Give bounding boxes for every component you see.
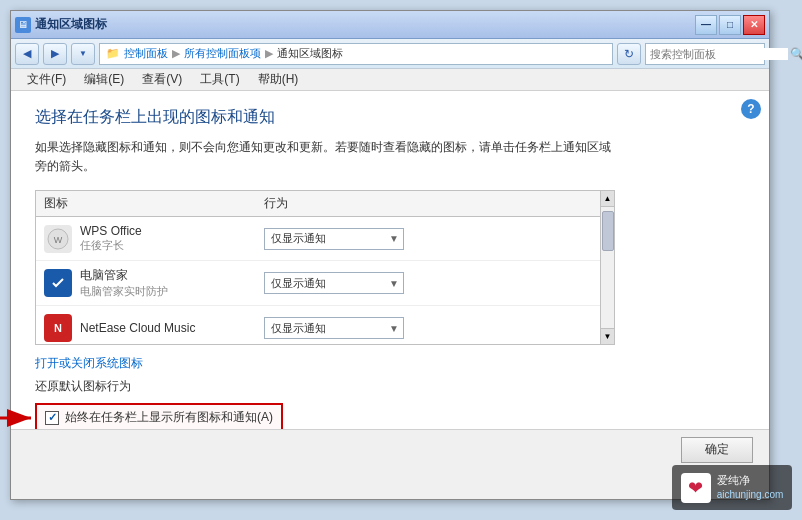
dropdown-pcmgr[interactable]: 仅显示通知 ▼ — [264, 272, 404, 294]
breadcrumb-sep-0: ▶ — [172, 47, 180, 60]
refresh-button[interactable]: ↻ — [617, 43, 641, 65]
back-button[interactable]: ◀ — [15, 43, 39, 65]
watermark-site: aichunjing.com — [717, 488, 784, 502]
icon-cell-2: N NetEase Cloud Music — [44, 314, 264, 342]
app-info-pcmgr: 电脑管家 电脑管家实时防护 — [80, 267, 168, 299]
main-window: 🖥 通知区域图标 — □ ✕ ◀ ▶ ▼ 📁 控制面板 ▶ 所有控制面板项 ▶ … — [10, 10, 770, 500]
scroll-down-button[interactable]: ▼ — [601, 328, 615, 344]
breadcrumb-all-items[interactable]: 所有控制面板项 — [184, 46, 261, 61]
main-content: ? 选择在任务栏上出现的图标和通知 如果选择隐藏图标和通知，则不会向您通知更改和… — [11, 91, 769, 469]
app-sub-pcmgr: 电脑管家实时防护 — [80, 284, 168, 299]
chevron-down-icon: ▼ — [389, 233, 399, 244]
help-icon[interactable]: ? — [741, 99, 761, 119]
watermark: ❤ 爱纯净 aichunjing.com — [672, 465, 792, 510]
checkmark-icon: ✓ — [48, 411, 57, 424]
action-cell-2: 仅显示通知 ▼ — [264, 317, 606, 339]
dropdown-netease[interactable]: 仅显示通知 ▼ — [264, 317, 404, 339]
breadcrumb-bar: 📁 控制面板 ▶ 所有控制面板项 ▶ 通知区域图标 — [99, 43, 613, 65]
app-name-wps: WPS Office — [80, 224, 142, 238]
ok-button[interactable]: 确定 — [681, 437, 753, 463]
icon-table: 图标 行为 W WPS Office — [35, 190, 615, 345]
icon-cell-1: 电脑管家 电脑管家实时防护 — [44, 267, 264, 299]
heart-icon: ❤ — [688, 477, 703, 499]
breadcrumb-current: 通知区域图标 — [277, 46, 343, 61]
open-close-link[interactable]: 打开或关闭系统图标 — [35, 355, 143, 372]
dropdown-button[interactable]: ▼ — [71, 43, 95, 65]
watermark-brand: 爱纯净 — [717, 473, 784, 488]
always-show-checkbox[interactable]: ✓ — [45, 411, 59, 425]
table-header-behavior: 行为 — [264, 195, 606, 212]
chevron-down-icon: ▼ — [389, 278, 399, 289]
icon-cell-0: W WPS Office 任後字长 — [44, 224, 264, 253]
menu-file[interactable]: 文件(F) — [19, 70, 74, 90]
search-input[interactable] — [650, 48, 788, 60]
addressbar: ◀ ▶ ▼ 📁 控制面板 ▶ 所有控制面板项 ▶ 通知区域图标 ↻ 🔍 — [11, 39, 769, 69]
checkbox-label: 始终在任务栏上显示所有图标和通知(A) — [65, 409, 273, 426]
app-name-netease: NetEase Cloud Music — [80, 321, 195, 335]
page-title: 选择在任务栏上出现的图标和通知 — [35, 107, 745, 128]
menu-help[interactable]: 帮助(H) — [250, 70, 307, 90]
chevron-down-icon: ▼ — [389, 323, 399, 334]
action-cell-1: 仅显示通知 ▼ — [264, 272, 606, 294]
titlebar: 🖥 通知区域图标 — □ ✕ — [11, 11, 769, 39]
menubar: 文件(F) 编辑(E) 查看(V) 工具(T) 帮助(H) — [11, 69, 769, 91]
search-box: 🔍 — [645, 43, 765, 65]
maximize-button[interactable]: □ — [719, 15, 741, 35]
breadcrumb-control-panel[interactable]: 控制面板 — [124, 46, 168, 61]
menu-view[interactable]: 查看(V) — [134, 70, 190, 90]
scrollbar[interactable]: ▲ ▼ — [600, 191, 614, 344]
restore-label: 还原默认图标行为 — [35, 378, 745, 395]
app-info-netease: NetEase Cloud Music — [80, 321, 195, 335]
watermark-logo: ❤ — [681, 473, 711, 503]
table-row: W WPS Office 任後字长 仅显示通知 ▼ — [36, 217, 614, 261]
table-header: 图标 行为 — [36, 191, 614, 217]
table-header-icon: 图标 — [44, 195, 264, 212]
window-icon: 🖥 — [15, 17, 31, 33]
page-description: 如果选择隐藏图标和通知，则不会向您通知更改和更新。若要随时查看隐藏的图标，请单击… — [35, 138, 615, 176]
scroll-up-button[interactable]: ▲ — [601, 191, 615, 207]
app-icon-pcmgr — [44, 269, 72, 297]
app-icon-netease: N — [44, 314, 72, 342]
dropdown-value-netease: 仅显示通知 — [271, 321, 326, 336]
app-name-pcmgr: 电脑管家 — [80, 267, 168, 284]
table-row: N NetEase Cloud Music 仅显示通知 ▼ — [36, 306, 614, 344]
app-sub-wps: 任後字长 — [80, 238, 142, 253]
dropdown-wps[interactable]: 仅显示通知 ▼ — [264, 228, 404, 250]
menu-tools[interactable]: 工具(T) — [192, 70, 247, 90]
table-body: W WPS Office 任後字长 仅显示通知 ▼ — [36, 217, 614, 344]
dropdown-value-pcmgr: 仅显示通知 — [271, 276, 326, 291]
table-row: 电脑管家 电脑管家实时防护 仅显示通知 ▼ — [36, 261, 614, 306]
menu-edit[interactable]: 编辑(E) — [76, 70, 132, 90]
bottom-bar: 确定 — [11, 429, 769, 469]
breadcrumb-sep-1: ▶ — [265, 47, 273, 60]
svg-text:W: W — [54, 235, 63, 245]
titlebar-controls: — □ ✕ — [695, 15, 765, 35]
close-button[interactable]: ✕ — [743, 15, 765, 35]
window-title: 通知区域图标 — [35, 16, 107, 33]
forward-button[interactable]: ▶ — [43, 43, 67, 65]
watermark-text: 爱纯净 aichunjing.com — [717, 473, 784, 502]
app-icon-wps: W — [44, 225, 72, 253]
action-cell-0: 仅显示通知 ▼ — [264, 228, 606, 250]
dropdown-value-wps: 仅显示通知 — [271, 231, 326, 246]
svg-text:N: N — [54, 322, 62, 334]
breadcrumb-item-0[interactable]: 📁 — [106, 47, 120, 60]
titlebar-left: 🖥 通知区域图标 — [15, 16, 107, 33]
scroll-thumb[interactable] — [602, 211, 614, 251]
app-info-wps: WPS Office 任後字长 — [80, 224, 142, 253]
minimize-button[interactable]: — — [695, 15, 717, 35]
search-icon: 🔍 — [790, 47, 802, 61]
